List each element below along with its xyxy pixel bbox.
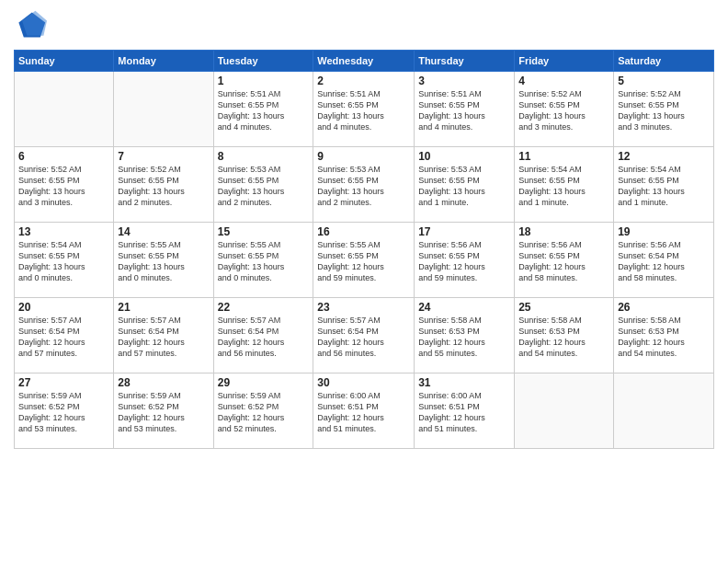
calendar-cell: 14Sunrise: 5:55 AM Sunset: 6:55 PM Dayli… xyxy=(114,223,213,298)
calendar-cell: 9Sunrise: 5:53 AM Sunset: 6:55 PM Daylig… xyxy=(313,147,415,223)
day-number: 7 xyxy=(118,150,209,163)
day-number: 21 xyxy=(118,301,209,314)
weekday-header-row: SundayMondayTuesdayWednesdayThursdayFrid… xyxy=(15,51,714,72)
calendar-cell: 20Sunrise: 5:57 AM Sunset: 6:54 PM Dayli… xyxy=(15,298,114,373)
day-number: 12 xyxy=(618,150,710,163)
calendar-cell: 21Sunrise: 5:57 AM Sunset: 6:54 PM Dayli… xyxy=(114,298,213,373)
day-info: Sunrise: 5:53 AM Sunset: 6:55 PM Dayligh… xyxy=(218,164,310,209)
weekday-header-friday: Friday xyxy=(515,51,614,72)
calendar-cell: 7Sunrise: 5:52 AM Sunset: 6:55 PM Daylig… xyxy=(114,147,213,223)
calendar-cell: 8Sunrise: 5:53 AM Sunset: 6:55 PM Daylig… xyxy=(213,147,313,223)
day-number: 31 xyxy=(418,376,510,389)
calendar-cell: 1Sunrise: 5:51 AM Sunset: 6:55 PM Daylig… xyxy=(213,72,313,147)
day-number: 8 xyxy=(218,150,310,163)
day-info: Sunrise: 5:54 AM Sunset: 6:55 PM Dayligh… xyxy=(18,239,109,284)
day-info: Sunrise: 5:52 AM Sunset: 6:55 PM Dayligh… xyxy=(518,88,609,133)
day-number: 2 xyxy=(317,75,410,87)
day-number: 13 xyxy=(18,225,109,238)
calendar-cell xyxy=(15,72,114,147)
calendar-cell: 2Sunrise: 5:51 AM Sunset: 6:55 PM Daylig… xyxy=(313,72,415,147)
calendar-cell: 23Sunrise: 5:57 AM Sunset: 6:54 PM Dayli… xyxy=(313,298,415,373)
calendar-cell: 30Sunrise: 6:00 AM Sunset: 6:51 PM Dayli… xyxy=(313,373,415,449)
header xyxy=(14,9,714,42)
day-info: Sunrise: 5:51 AM Sunset: 6:55 PM Dayligh… xyxy=(218,88,310,133)
day-info: Sunrise: 5:55 AM Sunset: 6:55 PM Dayligh… xyxy=(218,239,310,284)
week-row-4: 20Sunrise: 5:57 AM Sunset: 6:54 PM Dayli… xyxy=(15,298,714,373)
day-info: Sunrise: 5:56 AM Sunset: 6:55 PM Dayligh… xyxy=(518,239,609,284)
calendar-cell: 26Sunrise: 5:58 AM Sunset: 6:53 PM Dayli… xyxy=(614,298,714,373)
calendar-cell: 31Sunrise: 6:00 AM Sunset: 6:51 PM Dayli… xyxy=(415,373,515,449)
calendar-cell: 15Sunrise: 5:55 AM Sunset: 6:55 PM Dayli… xyxy=(213,223,313,298)
day-info: Sunrise: 5:59 AM Sunset: 6:52 PM Dayligh… xyxy=(118,390,209,435)
calendar-cell xyxy=(614,373,714,449)
day-info: Sunrise: 5:57 AM Sunset: 6:54 PM Dayligh… xyxy=(18,315,109,360)
calendar-cell: 25Sunrise: 5:58 AM Sunset: 6:53 PM Dayli… xyxy=(515,298,614,373)
day-number: 4 xyxy=(518,75,609,87)
day-info: Sunrise: 5:58 AM Sunset: 6:53 PM Dayligh… xyxy=(518,315,609,360)
day-number: 27 xyxy=(18,376,109,389)
weekday-header-monday: Monday xyxy=(114,51,213,72)
calendar-cell: 6Sunrise: 5:52 AM Sunset: 6:55 PM Daylig… xyxy=(15,147,114,223)
calendar-cell: 16Sunrise: 5:55 AM Sunset: 6:55 PM Dayli… xyxy=(313,223,415,298)
day-number: 19 xyxy=(618,225,710,238)
day-number: 14 xyxy=(118,225,209,238)
day-number: 28 xyxy=(118,376,209,389)
calendar-cell: 27Sunrise: 5:59 AM Sunset: 6:52 PM Dayli… xyxy=(15,373,114,449)
day-info: Sunrise: 5:55 AM Sunset: 6:55 PM Dayligh… xyxy=(118,239,209,284)
logo xyxy=(14,9,51,42)
calendar-cell: 19Sunrise: 5:56 AM Sunset: 6:54 PM Dayli… xyxy=(614,223,714,298)
day-info: Sunrise: 6:00 AM Sunset: 6:51 PM Dayligh… xyxy=(418,390,510,435)
calendar-cell xyxy=(114,72,213,147)
day-number: 17 xyxy=(418,225,510,238)
day-number: 18 xyxy=(518,225,609,238)
calendar-cell: 11Sunrise: 5:54 AM Sunset: 6:55 PM Dayli… xyxy=(515,147,614,223)
day-number: 22 xyxy=(218,301,310,314)
weekday-header-wednesday: Wednesday xyxy=(313,51,415,72)
day-info: Sunrise: 5:56 AM Sunset: 6:55 PM Dayligh… xyxy=(418,239,510,284)
day-info: Sunrise: 5:56 AM Sunset: 6:54 PM Dayligh… xyxy=(618,239,710,284)
calendar-cell: 18Sunrise: 5:56 AM Sunset: 6:55 PM Dayli… xyxy=(515,223,614,298)
calendar-cell: 5Sunrise: 5:52 AM Sunset: 6:55 PM Daylig… xyxy=(614,72,714,147)
calendar-cell: 13Sunrise: 5:54 AM Sunset: 6:55 PM Dayli… xyxy=(15,223,114,298)
day-info: Sunrise: 5:52 AM Sunset: 6:55 PM Dayligh… xyxy=(618,88,710,133)
day-number: 26 xyxy=(618,301,710,314)
day-info: Sunrise: 5:52 AM Sunset: 6:55 PM Dayligh… xyxy=(118,164,209,209)
calendar-cell: 4Sunrise: 5:52 AM Sunset: 6:55 PM Daylig… xyxy=(515,72,614,147)
day-info: Sunrise: 5:53 AM Sunset: 6:55 PM Dayligh… xyxy=(317,164,410,209)
weekday-header-tuesday: Tuesday xyxy=(213,51,313,72)
week-row-3: 13Sunrise: 5:54 AM Sunset: 6:55 PM Dayli… xyxy=(15,223,714,298)
day-info: Sunrise: 5:51 AM Sunset: 6:55 PM Dayligh… xyxy=(317,88,410,133)
day-number: 3 xyxy=(418,75,510,87)
day-number: 20 xyxy=(18,301,109,314)
day-number: 23 xyxy=(317,301,410,314)
day-info: Sunrise: 5:59 AM Sunset: 6:52 PM Dayligh… xyxy=(218,390,310,435)
day-number: 24 xyxy=(418,301,510,314)
day-number: 15 xyxy=(218,225,310,238)
weekday-header-thursday: Thursday xyxy=(415,51,515,72)
calendar-cell: 29Sunrise: 5:59 AM Sunset: 6:52 PM Dayli… xyxy=(213,373,313,449)
weekday-header-saturday: Saturday xyxy=(614,51,714,72)
day-info: Sunrise: 5:53 AM Sunset: 6:55 PM Dayligh… xyxy=(418,164,510,209)
day-number: 30 xyxy=(317,376,410,389)
week-row-5: 27Sunrise: 5:59 AM Sunset: 6:52 PM Dayli… xyxy=(15,373,714,449)
day-info: Sunrise: 5:59 AM Sunset: 6:52 PM Dayligh… xyxy=(18,390,109,435)
logo-icon xyxy=(14,9,47,42)
day-info: Sunrise: 5:58 AM Sunset: 6:53 PM Dayligh… xyxy=(418,315,510,360)
day-number: 16 xyxy=(317,225,410,238)
day-info: Sunrise: 5:57 AM Sunset: 6:54 PM Dayligh… xyxy=(118,315,209,360)
day-number: 1 xyxy=(218,75,310,87)
day-number: 25 xyxy=(518,301,609,314)
calendar-cell: 3Sunrise: 5:51 AM Sunset: 6:55 PM Daylig… xyxy=(415,72,515,147)
calendar-cell xyxy=(515,373,614,449)
day-number: 11 xyxy=(518,150,609,163)
day-info: Sunrise: 5:57 AM Sunset: 6:54 PM Dayligh… xyxy=(218,315,310,360)
calendar-cell: 24Sunrise: 5:58 AM Sunset: 6:53 PM Dayli… xyxy=(415,298,515,373)
day-info: Sunrise: 5:54 AM Sunset: 6:55 PM Dayligh… xyxy=(618,164,710,209)
calendar-cell: 12Sunrise: 5:54 AM Sunset: 6:55 PM Dayli… xyxy=(614,147,714,223)
calendar-cell: 28Sunrise: 5:59 AM Sunset: 6:52 PM Dayli… xyxy=(114,373,213,449)
day-info: Sunrise: 5:54 AM Sunset: 6:55 PM Dayligh… xyxy=(518,164,609,209)
page: SundayMondayTuesdayWednesdayThursdayFrid… xyxy=(0,0,728,563)
day-number: 29 xyxy=(218,376,310,389)
weekday-header-sunday: Sunday xyxy=(15,51,114,72)
day-info: Sunrise: 6:00 AM Sunset: 6:51 PM Dayligh… xyxy=(317,390,410,435)
